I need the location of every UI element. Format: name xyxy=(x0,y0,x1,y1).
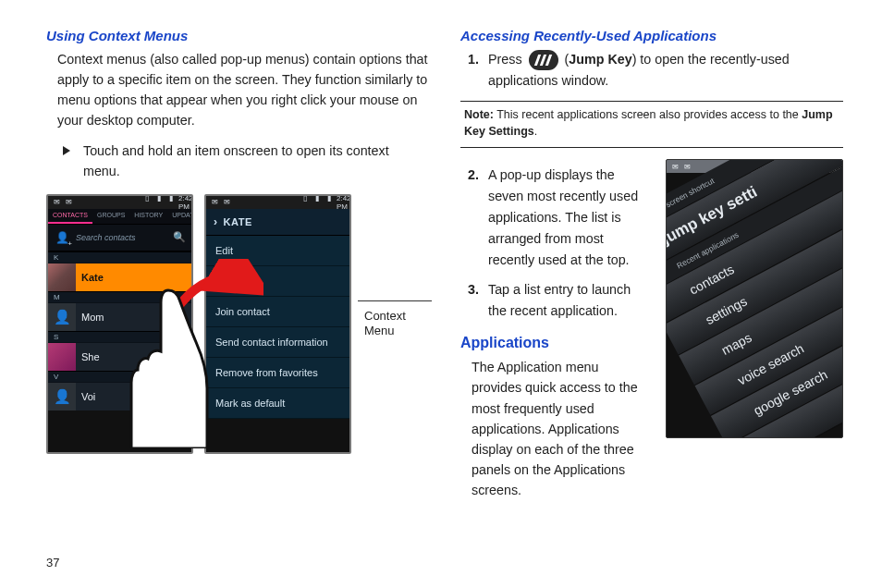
clock-text: 2:42 PM xyxy=(337,194,346,211)
context-menu-title-text: KATE xyxy=(224,216,252,227)
mail-open-icon: ✉ xyxy=(222,198,231,206)
steps-recent-apps-cont: A pop-up displays the seven most recentl… xyxy=(483,165,651,322)
ctx-send-info: Send contact information xyxy=(206,327,349,358)
section-k: K xyxy=(48,251,191,263)
contact-row-mom: 👤 Mom xyxy=(48,302,191,331)
contact-row-voi: 👤 Voi xyxy=(48,382,191,410)
step1-keyname: Jump Key xyxy=(569,52,631,67)
note-tail: . xyxy=(534,125,537,138)
note-lead: Note: xyxy=(464,108,494,121)
mail-icon: ✉ xyxy=(52,198,61,206)
avatar xyxy=(48,263,76,291)
cast-icon: ▯ xyxy=(300,194,310,211)
step-2: A pop-up displays the seven most recentl… xyxy=(483,165,651,270)
tab-contacts: CONTACTS xyxy=(48,209,92,224)
signal-icon: ▮ xyxy=(312,194,322,211)
step-3: Tap a list entry to launch the recent ap… xyxy=(483,279,651,322)
section-v: V xyxy=(48,371,191,382)
paragraph-context-menus: Context menus (also called pop-up menus)… xyxy=(57,49,429,131)
contact-row-she: She xyxy=(48,342,191,371)
tab-groups: GROUPS xyxy=(92,209,129,224)
battery-icon: ▮ xyxy=(325,194,334,211)
step-1: Press (Jump Key) to open the recently-us… xyxy=(483,49,843,92)
bullet-touch-hold: Touch and hold an item onscreen to open … xyxy=(57,141,429,181)
tilt-list: Lock screen shortcut jump key setti Rece… xyxy=(666,159,843,438)
avatar: 👤 xyxy=(48,303,76,331)
phone-contacts: ✉✉ ▯ ▮ ▮ 2:42 PM CONTACTS GROUPS HISTORY… xyxy=(46,194,193,454)
mail-open-icon: ✉ xyxy=(64,198,73,206)
row-split-text: A pop-up displays the seven most recentl… xyxy=(460,159,651,509)
step1-text-a: Press xyxy=(488,52,526,67)
jump-key-icon xyxy=(529,50,558,70)
manual-page: Using Context Menus Context menus (also … xyxy=(0,0,882,588)
figure-phones: ✉✉ ▯ ▮ ▮ 2:42 PM CONTACTS GROUPS HISTORY… xyxy=(46,194,351,454)
note-box: Note: This recent applications screen al… xyxy=(460,101,843,148)
figure-context-menu: ✉✉ ▯ ▮ ▮ 2:42 PM CONTACTS GROUPS HISTORY… xyxy=(46,194,429,454)
heading-applications: Applications xyxy=(460,335,651,351)
search-row: 👤 Search contacts 🔍 xyxy=(48,225,191,251)
contact-row-kate: Kate xyxy=(48,263,191,291)
callout-leader xyxy=(358,300,432,303)
row-split: A pop-up displays the seven most recentl… xyxy=(460,159,843,509)
ctx-mark-default: Mark as default xyxy=(206,388,349,419)
add-contact-icon: 👤 xyxy=(54,229,70,246)
avatar: 👤 xyxy=(48,383,76,410)
mail-icon: ✉ xyxy=(210,198,219,206)
mail-open-icon: ✉ xyxy=(682,163,692,171)
tab-updates: UPDATES xyxy=(167,209,193,224)
contacts-tabs: CONTACTS GROUPS HISTORY UPDATES xyxy=(48,209,191,225)
heading-context-menus: Using Context Menus xyxy=(46,28,429,43)
paragraph-applications: The Application menu provides quick acce… xyxy=(472,357,651,500)
contact-name: Kate xyxy=(81,272,104,283)
avatar xyxy=(48,343,76,371)
status-bar: ✉✉ ▯ ▮ ▮ 2:42 PM xyxy=(206,196,349,209)
search-placeholder: Search contacts xyxy=(76,233,167,242)
context-menu-title: › KATE xyxy=(206,209,349,236)
status-bar: ✉✉ ▯ ▮ ▮ 2:42 PM xyxy=(48,196,191,209)
contact-name: She xyxy=(81,351,100,362)
ctx-delete: Delete xyxy=(206,266,349,297)
steps-recent-apps: Press (Jump Key) to open the recently-us… xyxy=(483,49,843,92)
mail-icon: ✉ xyxy=(670,163,680,171)
ctx-remove-fav: Remove from favorites xyxy=(206,358,349,388)
section-m: M xyxy=(48,291,191,302)
tab-history: HISTORY xyxy=(129,209,167,224)
left-column: Using Context Menus Context menus (also … xyxy=(46,28,429,579)
callout-context-menu: Context Menu xyxy=(364,309,406,339)
ctx-edit: Edit xyxy=(206,236,349,266)
search-icon: 🔍 xyxy=(173,231,186,243)
phone-recent-apps: ✉✉ ▯ ▮ ▮ 2:42 PM Lock screen shortcut ju… xyxy=(666,159,843,438)
heading-recent-apps: Accessing Recently-Used Applications xyxy=(460,28,843,43)
note-body: This recent applications screen also pro… xyxy=(494,108,802,121)
phone-context-menu: ✉✉ ▯ ▮ ▮ 2:42 PM › KATE Edit Delete xyxy=(204,194,351,454)
chevron-right-icon: › xyxy=(214,215,218,228)
section-s: S xyxy=(48,331,191,342)
ctx-join: Join contact xyxy=(206,297,349,327)
right-column: Accessing Recently-Used Applications Pre… xyxy=(460,28,843,579)
contact-name: Mom xyxy=(81,312,104,323)
page-number: 37 xyxy=(46,556,59,570)
contact-name: Voi xyxy=(81,391,95,402)
